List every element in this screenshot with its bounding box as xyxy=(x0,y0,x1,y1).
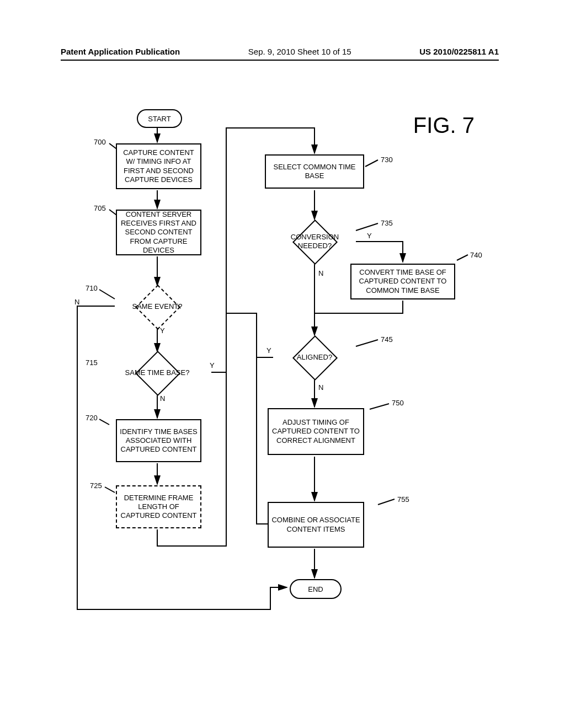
branch-715-n: N xyxy=(160,394,165,403)
box-705: CONTENT SERVER RECEIVES FIRST AND SECOND… xyxy=(116,210,201,255)
svg-line-15 xyxy=(99,419,109,425)
terminator-end: END xyxy=(290,579,342,599)
branch-715-y: Y xyxy=(210,361,215,370)
ref-700: 700 xyxy=(94,138,106,146)
box-720-text: IDENTIFY TIME BASES ASSOCIATED WITH CAPT… xyxy=(119,427,198,454)
header-center: Sep. 9, 2010 Sheet 10 of 15 xyxy=(248,47,351,56)
box-755-text: COMBINE OR ASSOCIATE CONTENT ITEMS xyxy=(271,516,361,534)
ref-735: 735 xyxy=(381,219,393,227)
box-725-text: DETERMINE FRAME LENGTH OF CAPTURED CONTE… xyxy=(119,494,198,521)
svg-line-18 xyxy=(356,223,378,231)
branch-735-y: Y xyxy=(367,232,372,240)
header-rule xyxy=(61,60,499,61)
svg-line-22 xyxy=(378,499,395,505)
branch-745-y: Y xyxy=(266,346,271,355)
branch-710-y: Y xyxy=(160,326,165,335)
box-740: CONVERT TIME BASE OF CAPTURED CONTENT TO… xyxy=(350,264,455,299)
ref-705: 705 xyxy=(94,204,106,212)
header-right: US 2010/0225811 A1 xyxy=(419,47,499,56)
ref-720: 720 xyxy=(86,414,98,422)
page-header: Patent Application Publication Sep. 9, 2… xyxy=(61,47,499,56)
ref-745: 745 xyxy=(381,335,393,344)
svg-line-19 xyxy=(457,255,468,260)
box-755: COMBINE OR ASSOCIATE CONTENT ITEMS xyxy=(268,502,364,548)
terminator-start: START xyxy=(137,109,182,128)
ref-725: 725 xyxy=(90,481,102,490)
end-label: END xyxy=(308,585,323,593)
flowchart: FIG. 7 xyxy=(50,88,502,645)
svg-line-21 xyxy=(370,404,389,409)
branch-735-n: N xyxy=(318,269,323,277)
box-720: IDENTIFY TIME BASES ASSOCIATED WITH CAPT… xyxy=(116,419,201,462)
ref-710: 710 xyxy=(86,284,98,292)
box-725: DETERMINE FRAME LENGTH OF CAPTURED CONTE… xyxy=(116,485,201,528)
ref-755: 755 xyxy=(397,495,409,504)
box-750-text: ADJUST TIMING OF CAPTURED CONTENT TO COR… xyxy=(271,418,361,445)
page: Patent Application Publication Sep. 9, 2… xyxy=(0,0,565,728)
box-740-text: CONVERT TIME BASE OF CAPTURED CONTENT TO… xyxy=(354,268,452,295)
svg-line-16 xyxy=(105,487,115,493)
box-730-text: SELECT COMMON TIME BASE xyxy=(268,163,361,181)
ref-750: 750 xyxy=(392,399,404,407)
ref-715: 715 xyxy=(86,358,98,367)
header-left: Patent Application Publication xyxy=(61,47,180,56)
svg-line-17 xyxy=(365,160,378,167)
box-700-text: CAPTURE CONTENT W/ TIMING INFO AT FIRST … xyxy=(119,148,198,184)
box-730: SELECT COMMON TIME BASE xyxy=(265,154,364,189)
box-705-text: CONTENT SERVER RECEIVES FIRST AND SECOND… xyxy=(119,210,198,255)
branch-745-n: N xyxy=(318,383,323,392)
start-label: START xyxy=(148,115,170,123)
ref-730: 730 xyxy=(381,156,393,164)
box-750: ADJUST TIMING OF CAPTURED CONTENT TO COR… xyxy=(268,408,364,455)
box-700: CAPTURE CONTENT W/ TIMING INFO AT FIRST … xyxy=(116,143,201,189)
ref-740: 740 xyxy=(470,251,482,259)
svg-line-20 xyxy=(356,340,378,346)
branch-710-n: N xyxy=(74,298,79,306)
svg-line-14 xyxy=(99,290,115,299)
